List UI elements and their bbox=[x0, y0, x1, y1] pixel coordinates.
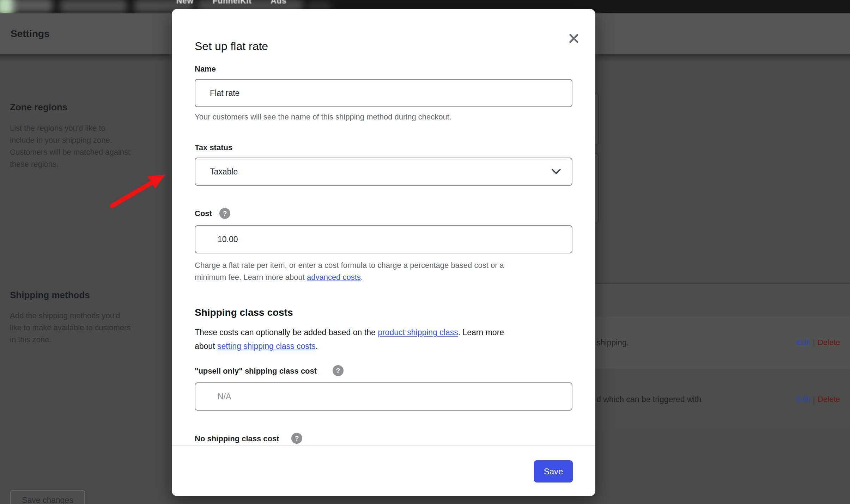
method-row-actions: Edit|Delete bbox=[797, 395, 850, 404]
edit-link[interactable]: Edit bbox=[797, 395, 810, 404]
tab-fragment: Ads bbox=[271, 0, 286, 5]
browser-tab-labels: NewFunnelKitAds bbox=[176, 0, 305, 6]
help-icon[interactable]: ? bbox=[219, 208, 230, 219]
para-text: These costs can optionally be added base… bbox=[195, 328, 378, 337]
modal-footer-divider bbox=[172, 445, 595, 446]
setup-flat-rate-modal: Set up flat rate Name Your customers wil… bbox=[172, 9, 595, 496]
save-button[interactable]: Save bbox=[534, 460, 573, 483]
name-input[interactable] bbox=[195, 79, 572, 107]
help-icon[interactable]: ? bbox=[291, 433, 302, 444]
screen: NewFunnelKitAds Settings Zone regions Li… bbox=[0, 0, 850, 504]
upsell-class-cost-label: "upsell only" shipping class cost bbox=[195, 367, 317, 376]
name-label: Name bbox=[195, 64, 216, 74]
method-table-row: d which can be triggered with Edit|Delet… bbox=[595, 369, 850, 430]
help-glyph: ? bbox=[223, 210, 227, 217]
tax-status-label: Tax status bbox=[195, 143, 232, 152]
name-help-text: Your customers will see the name of this… bbox=[195, 112, 451, 122]
close-button[interactable] bbox=[565, 29, 583, 48]
save-changes-label: Save changes bbox=[22, 496, 73, 504]
blurred-blob bbox=[11, 0, 53, 12]
tab-fragment: New bbox=[176, 0, 194, 5]
help-glyph: ? bbox=[295, 435, 299, 442]
method-row-text: shipping. bbox=[595, 338, 797, 348]
cost-help-period: . bbox=[361, 273, 363, 282]
para-text: about bbox=[195, 342, 217, 351]
cost-help-line1: Charge a flat rate per item, or enter a … bbox=[195, 261, 504, 270]
setting-shipping-class-costs-link[interactable]: setting shipping class costs bbox=[217, 342, 316, 351]
help-glyph: ? bbox=[336, 367, 340, 375]
product-shipping-class-link[interactable]: product shipping class bbox=[378, 328, 458, 337]
para-text: . Learn more bbox=[458, 328, 504, 337]
tax-status-value: Taxable bbox=[210, 158, 238, 185]
advanced-costs-link[interactable]: advanced costs bbox=[307, 273, 361, 282]
action-separator: | bbox=[813, 338, 815, 347]
cost-input[interactable] bbox=[195, 225, 572, 253]
tax-status-select[interactable]: Taxable bbox=[195, 158, 572, 186]
method-row-text: d which can be triggered with bbox=[595, 395, 797, 404]
zone-regions-description: List the regions you'd like to include i… bbox=[10, 122, 162, 170]
close-icon bbox=[569, 34, 578, 43]
zone-regions-heading: Zone regions bbox=[10, 102, 67, 113]
delete-link[interactable]: Delete bbox=[818, 395, 840, 404]
shipping-methods-heading: Shipping methods bbox=[10, 290, 90, 301]
no-shipping-class-cost-label: No shipping class cost bbox=[195, 434, 279, 443]
save-changes-button[interactable]: Save changes bbox=[10, 490, 85, 504]
cost-field: $ bbox=[195, 225, 572, 253]
cost-help-text: Charge a flat rate per item, or enter a … bbox=[195, 259, 504, 283]
help-icon[interactable]: ? bbox=[333, 365, 344, 376]
annotation-arrow-icon bbox=[106, 169, 173, 213]
upsell-cost-input[interactable] bbox=[195, 382, 572, 411]
method-table-row: shipping. Edit|Delete bbox=[595, 316, 850, 369]
modal-title: Set up flat rate bbox=[195, 40, 268, 53]
blurred-blob bbox=[60, 0, 127, 13]
cost-help-line2: minimum fee. Learn more about bbox=[195, 273, 307, 282]
chevron-down-icon bbox=[551, 168, 561, 176]
shipping-class-costs-heading: Shipping class costs bbox=[195, 307, 293, 318]
para-text: . bbox=[316, 342, 318, 351]
action-separator: | bbox=[813, 395, 815, 404]
methods-table-header-band bbox=[595, 284, 850, 316]
delete-link[interactable]: Delete bbox=[818, 338, 840, 347]
page-title: Settings bbox=[11, 13, 49, 54]
method-row-actions: Edit|Delete bbox=[797, 338, 850, 347]
upsell-cost-field: $ bbox=[195, 382, 572, 411]
cost-label: Cost bbox=[195, 209, 212, 218]
edit-link[interactable]: Edit bbox=[797, 338, 810, 347]
shipping-methods-description: Add the shipping methods you'd like to m… bbox=[10, 310, 162, 346]
tab-fragment: FunnelKit bbox=[213, 0, 252, 5]
shipping-class-costs-paragraph: These costs can optionally be added base… bbox=[195, 326, 504, 353]
